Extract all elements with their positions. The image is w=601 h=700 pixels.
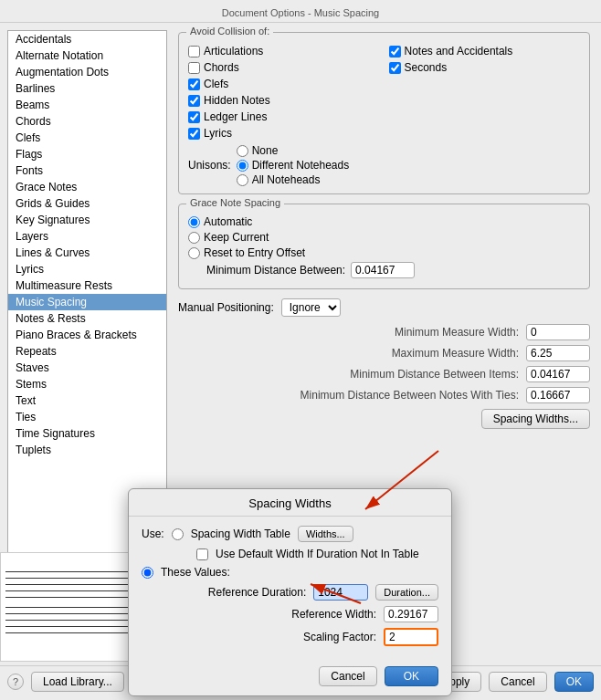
measure-field-input[interactable] bbox=[526, 324, 590, 340]
these-values-label: These Values: bbox=[161, 566, 230, 579]
scaling-factor-input[interactable] bbox=[384, 628, 438, 646]
manual-pos-select[interactable]: IgnoreKeepReset bbox=[281, 298, 341, 317]
music-line-8 bbox=[5, 620, 138, 621]
sidebar-item-multimeasure-rests[interactable]: Multimeasure Rests bbox=[8, 277, 166, 294]
ref-duration-input[interactable] bbox=[313, 584, 368, 601]
measure-field-input[interactable] bbox=[526, 345, 590, 361]
help-button[interactable]: ? bbox=[7, 674, 24, 690]
sidebar-item-time-signatures[interactable]: Time Signatures bbox=[8, 425, 166, 442]
sidebar-item-fonts[interactable]: Fonts bbox=[8, 162, 166, 179]
unisons-radio[interactable] bbox=[237, 160, 248, 172]
music-line-2 bbox=[5, 578, 138, 579]
use-default-row: Use Default Width If Duration Not In Tab… bbox=[196, 548, 438, 560]
min-distance-label: Minimum Distance Between: bbox=[206, 264, 345, 277]
checkbox-chords[interactable] bbox=[188, 62, 200, 74]
sidebar-item-notes---rests[interactable]: Notes & Rests bbox=[8, 310, 166, 327]
check-row-right-0: Notes and Accidentals bbox=[389, 44, 581, 58]
sidebar-item-chords[interactable]: Chords bbox=[8, 113, 166, 130]
sidebar-item-augmentation-dots[interactable]: Augmentation Dots bbox=[8, 64, 166, 80]
use-default-checkbox[interactable] bbox=[196, 549, 208, 560]
spacing-widths-container: Spacing Widths... bbox=[178, 409, 590, 429]
load-library-button[interactable]: Load Library... bbox=[31, 672, 124, 692]
sidebar-item-layers[interactable]: Layers bbox=[8, 228, 166, 245]
check-row-left-4: Ledger Lines bbox=[188, 110, 380, 124]
sidebar-item-grids---guides[interactable]: Grids & Guides bbox=[8, 195, 166, 212]
unisons-option-different-noteheads: Different Noteheads bbox=[237, 159, 350, 172]
music-line-7 bbox=[5, 613, 138, 614]
measure-widths-section: Minimum Measure Width:Maximum Measure Wi… bbox=[178, 324, 590, 403]
sidebar-item-stems[interactable]: Stems bbox=[8, 376, 166, 392]
sidebar-item-key-signatures[interactable]: Key Signatures bbox=[8, 212, 166, 228]
dialog-cancel-button[interactable]: Cancel bbox=[319, 666, 376, 686]
sidebar-item-repeats[interactable]: Repeats bbox=[8, 343, 166, 360]
spacing-table-radio[interactable] bbox=[172, 528, 184, 540]
duration-button[interactable]: Duration... bbox=[375, 584, 438, 601]
music-line-4 bbox=[5, 590, 138, 591]
spacing-widths-button[interactable]: Spacing Widths... bbox=[481, 409, 590, 429]
sidebar-item-staves[interactable]: Staves bbox=[8, 360, 166, 376]
use-label: Use: bbox=[142, 528, 164, 540]
ref-width-input[interactable] bbox=[384, 606, 438, 622]
checkbox-articulations[interactable] bbox=[188, 46, 200, 57]
sidebar-item-accidentals[interactable]: Accidentals bbox=[8, 31, 166, 47]
measure-field-input[interactable] bbox=[526, 366, 590, 382]
sidebar-item-grace-notes[interactable]: Grace Notes bbox=[8, 179, 166, 195]
music-line-10 bbox=[5, 632, 138, 633]
measure-field-label: Minimum Distance Between Notes With Ties… bbox=[300, 389, 519, 402]
sidebar-item-tuplets[interactable]: Tuplets bbox=[8, 442, 166, 458]
window-title: Document Options - Music Spacing bbox=[222, 7, 379, 18]
grace-radio[interactable] bbox=[188, 247, 200, 259]
these-values-row: These Values: bbox=[142, 566, 438, 579]
grace-option-keep-current: Keep Current bbox=[188, 231, 580, 244]
min-distance-input[interactable] bbox=[351, 262, 415, 278]
ref-duration-row: Reference Duration: Duration... bbox=[142, 584, 438, 601]
measure-field-row: Minimum Distance Between Items: bbox=[178, 366, 590, 382]
cancel-button[interactable]: Cancel bbox=[489, 672, 546, 692]
checkbox-label: Ledger Lines bbox=[204, 110, 267, 123]
checkbox-label: Articulations bbox=[204, 45, 263, 57]
unisons-radio-group: NoneDifferent NoteheadsAll Noteheads bbox=[237, 144, 350, 186]
music-line-9 bbox=[5, 626, 138, 627]
sidebar-item-music-spacing[interactable]: Music Spacing bbox=[8, 294, 166, 310]
unisons-radio[interactable] bbox=[237, 145, 248, 157]
sidebar-item-flags[interactable]: Flags bbox=[8, 146, 166, 162]
ok-button[interactable]: OK bbox=[554, 672, 594, 692]
grace-radio[interactable] bbox=[188, 232, 200, 244]
scaling-factor-label: Scaling Factor: bbox=[258, 631, 376, 643]
use-default-label: Use Default Width If Duration Not In Tab… bbox=[216, 548, 419, 560]
sidebar-item-alternate-notation[interactable]: Alternate Notation bbox=[8, 47, 166, 64]
checkbox-lyrics[interactable] bbox=[188, 128, 200, 140]
grace-note-group: Grace Note Spacing AutomaticKeep Current… bbox=[178, 204, 590, 289]
checkbox-seconds[interactable] bbox=[389, 62, 401, 74]
sidebar-item-beams[interactable]: Beams bbox=[8, 97, 166, 113]
unisons-radio[interactable] bbox=[237, 174, 248, 186]
grace-radio[interactable] bbox=[188, 216, 200, 228]
checkbox-clefs[interactable] bbox=[188, 78, 200, 90]
widths-button[interactable]: Widths... bbox=[298, 526, 353, 542]
music-line-1 bbox=[5, 571, 138, 572]
music-line-6 bbox=[5, 607, 138, 608]
measure-field-row: Minimum Measure Width: bbox=[178, 324, 590, 340]
these-values-radio[interactable] bbox=[142, 567, 153, 579]
scaling-factor-row: Scaling Factor: bbox=[142, 628, 438, 646]
sidebar-item-text[interactable]: Text bbox=[8, 392, 166, 409]
sidebar-item-ties[interactable]: Ties bbox=[8, 409, 166, 425]
checkbox-label: Chords bbox=[204, 61, 239, 74]
dialog-ok-button[interactable]: OK bbox=[385, 666, 438, 686]
checkbox-ledger-lines[interactable] bbox=[188, 111, 200, 123]
sidebar-item-lines---curves[interactable]: Lines & Curves bbox=[8, 245, 166, 261]
check-row-right-3 bbox=[389, 93, 581, 108]
sidebar-item-piano-braces---brackets[interactable]: Piano Braces & Brackets bbox=[8, 327, 166, 343]
checkbox-hidden-notes[interactable] bbox=[188, 95, 200, 107]
sidebar-item-lyrics[interactable]: Lyrics bbox=[8, 261, 166, 277]
check-row-right-4 bbox=[389, 110, 581, 124]
check-row-right-5 bbox=[389, 126, 581, 141]
unisons-option-none: None bbox=[237, 144, 350, 157]
manual-pos-label: Manual Positioning: bbox=[178, 301, 274, 314]
sidebar-item-barlines[interactable]: Barlines bbox=[8, 80, 166, 97]
check-row-left-0: Articulations bbox=[188, 44, 380, 58]
sidebar-item-clefs[interactable]: Clefs bbox=[8, 130, 166, 146]
measure-field-input[interactable] bbox=[526, 387, 590, 403]
checkbox-notes-and-accidentals[interactable] bbox=[389, 46, 401, 57]
unisons-label: Unisons: bbox=[188, 159, 231, 172]
